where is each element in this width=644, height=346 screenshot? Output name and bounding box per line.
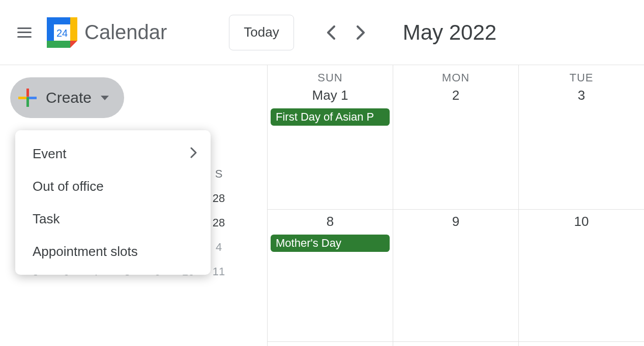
- create-menu-item[interactable]: Task: [15, 203, 211, 235]
- main-menu-button[interactable]: [12, 20, 37, 45]
- app-title: Calendar: [84, 21, 167, 44]
- current-month-label: May 2022: [403, 20, 496, 45]
- day-cell[interactable]: TUE3: [519, 65, 644, 210]
- menu-item-label: Task: [33, 211, 60, 227]
- create-menu-item[interactable]: Event: [15, 137, 211, 170]
- day-number: May 1: [268, 84, 393, 106]
- day-cell[interactable]: 8Mother's Day: [268, 210, 393, 342]
- menu-item-label: Appointment slots: [33, 244, 138, 260]
- day-column: TUE310: [519, 65, 644, 346]
- month-nav: [320, 22, 371, 43]
- svg-rect-3: [47, 41, 70, 48]
- dow-header: TUE: [519, 65, 644, 84]
- day-column: MON29: [393, 65, 519, 346]
- calendar-grid: SUNMay 1First Day of Asian P8Mother's Da…: [267, 65, 644, 346]
- svg-rect-2: [70, 17, 77, 41]
- create-menu-popup: EventOut of officeTaskAppointment slots: [15, 130, 211, 275]
- app-logo-title: 24 Calendar: [47, 17, 167, 48]
- menu-item-label: Out of office: [33, 179, 104, 194]
- dow-header: MON: [393, 65, 518, 84]
- chevron-right-icon: [190, 146, 197, 162]
- chevron-down-icon: [101, 96, 109, 100]
- today-button[interactable]: Today: [229, 15, 294, 50]
- sidebar: Create SMTWTFS 7142128222324252627282930…: [0, 65, 267, 346]
- event-chip[interactable]: Mother's Day: [271, 235, 390, 252]
- event-chip[interactable]: First Day of Asian P: [271, 108, 390, 126]
- day-number: 10: [519, 210, 644, 233]
- calendar-logo-icon: 24: [47, 17, 77, 48]
- day-cell[interactable]: 9: [393, 210, 518, 342]
- day-number: 3: [519, 84, 644, 106]
- day-column: SUNMay 1First Day of Asian P8Mother's Da…: [268, 65, 393, 346]
- svg-text:24: 24: [56, 27, 68, 39]
- create-menu-item[interactable]: Appointment slots: [15, 235, 211, 268]
- hamburger-icon: [17, 27, 32, 38]
- create-menu-item[interactable]: Out of office: [15, 170, 211, 203]
- day-cell[interactable]: 10: [519, 210, 644, 342]
- create-button[interactable]: Create: [10, 77, 124, 118]
- next-month-button[interactable]: [351, 22, 371, 43]
- day-number: 9: [393, 210, 518, 233]
- day-cell[interactable]: MON2: [393, 65, 518, 210]
- svg-marker-4: [70, 41, 77, 48]
- create-button-label: Create: [46, 89, 92, 106]
- day-number: 2: [393, 84, 518, 106]
- day-number: 8: [268, 210, 393, 233]
- plus-icon: [18, 89, 37, 107]
- menu-item-label: Event: [33, 146, 67, 162]
- day-cell[interactable]: SUNMay 1First Day of Asian P: [268, 65, 393, 210]
- dow-header: SUN: [268, 65, 393, 84]
- header: 24 Calendar Today May 2022: [0, 0, 644, 65]
- prev-month-button[interactable]: [320, 22, 341, 43]
